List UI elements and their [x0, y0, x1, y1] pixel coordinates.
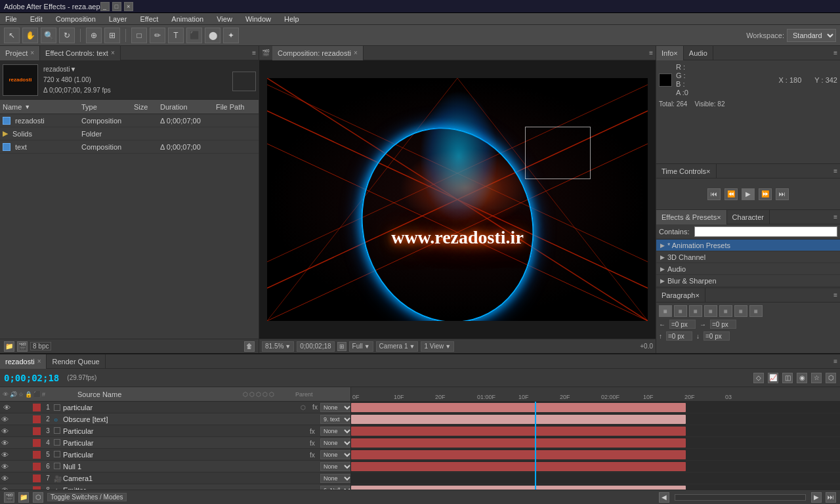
timecode-display[interactable]: 0;00;02;18 [297, 341, 334, 352]
maximize-button[interactable]: □ [112, 2, 121, 11]
para-menu[interactable]: ≡ [831, 291, 840, 299]
tl-add-markers[interactable]: ◇ [753, 373, 764, 383]
tab-character[interactable]: Character [727, 210, 770, 224]
menu-help[interactable]: Help [282, 15, 302, 23]
camera-select[interactable]: Camera 1 ▼ [376, 341, 419, 352]
toggle-switches-label[interactable]: Toggle Switches / Modes [47, 493, 127, 501]
tl-scroll-left[interactable]: ◀ [659, 492, 669, 503]
parent-select[interactable]: None [320, 462, 350, 471]
tl-solo-mode[interactable]: ⬡ [33, 492, 43, 503]
trash-btn[interactable]: 🗑 [244, 341, 255, 352]
parent-select[interactable]: None [320, 450, 350, 459]
view-select[interactable]: 1 View ▼ [421, 341, 454, 352]
space-after-input[interactable] [704, 331, 730, 341]
tl-motion-blur[interactable]: ◉ [797, 373, 807, 383]
tc-panel-menu[interactable]: ≡ [831, 167, 840, 175]
tool-puppet[interactable]: ✦ [223, 28, 239, 43]
menu-effect[interactable]: Effect [137, 15, 161, 23]
tool-rotate[interactable]: ↻ [59, 28, 75, 43]
layer-checkbox[interactable] [54, 404, 63, 411]
track-bar-2[interactable] [351, 415, 686, 424]
parent-select[interactable]: None [320, 427, 350, 436]
tab-effects-presets[interactable]: Effects & Presets × [656, 210, 727, 224]
layer-fx[interactable]: fx [310, 451, 320, 459]
tc-play[interactable]: ▶ [742, 188, 755, 200]
layer-color-swatch[interactable] [33, 463, 41, 471]
tab-rezadosti-timeline[interactable]: rezadosti × [0, 354, 47, 369]
layer-eye[interactable]: 👁 [1, 451, 9, 459]
justify-right[interactable]: ≡ [734, 305, 747, 317]
layer-color-swatch[interactable] [33, 404, 41, 411]
tl-new-comp[interactable]: 🎬 [4, 492, 14, 503]
project-row[interactable]: text Composition Δ 0;00;07;00 [0, 140, 259, 154]
zoom-control[interactable]: 81.5% ▼ [262, 341, 294, 352]
tool-brush[interactable]: ⬛ [186, 28, 202, 43]
track-bar-4[interactable] [351, 438, 686, 448]
align-right[interactable]: ≡ [689, 305, 702, 317]
tc-next-frame[interactable]: ⏩ [759, 188, 772, 200]
layer-switch-motion[interactable]: ⬡ [297, 404, 310, 411]
tool-zoom[interactable]: 🔍 [41, 28, 56, 43]
menu-layer[interactable]: Layer [106, 15, 130, 23]
layer-eye[interactable]: 👁 [1, 474, 9, 482]
tl-draft3d[interactable]: ⬡ [826, 373, 836, 383]
left-indent-input[interactable] [669, 320, 696, 329]
close-tc-tab[interactable]: × [706, 167, 710, 175]
align-left[interactable]: ≡ [659, 305, 672, 317]
layer-eye[interactable]: 👁 [1, 439, 9, 447]
justify-all[interactable]: ≡ [749, 305, 763, 317]
close-comp-tab[interactable]: × [354, 49, 358, 56]
layer-color-swatch[interactable] [33, 451, 41, 459]
effect-item-audio[interactable]: ▶ Audio [656, 263, 840, 275]
layer-color-swatch[interactable] [33, 415, 41, 423]
menu-animation[interactable]: Animation [169, 15, 206, 23]
parent-select[interactable]: None [320, 438, 350, 448]
parent-select[interactable]: None [320, 403, 350, 412]
track-bar-8[interactable] [351, 486, 686, 490]
effects-search-input[interactable] [694, 226, 837, 237]
new-comp-btn[interactable]: 🎬 [17, 341, 28, 352]
close-tl-tab[interactable]: × [37, 358, 41, 365]
tab-render-queue[interactable]: Render Queue [47, 354, 105, 369]
tool-pen[interactable]: ✏ [150, 28, 165, 43]
track-bar-3[interactable] [351, 427, 686, 436]
new-folder-btn[interactable]: 📁 [4, 341, 14, 352]
track-bar-1[interactable] [351, 403, 686, 412]
tab-composition[interactable]: Composition: rezadosti × [272, 46, 364, 60]
bit-depth[interactable]: 8 bpc [30, 342, 51, 350]
menu-composition[interactable]: Composition [53, 15, 98, 23]
tl-end[interactable]: ⏭ [826, 492, 836, 503]
minimize-button[interactable]: _ [100, 2, 110, 11]
parent-select[interactable]: 9. text [320, 415, 350, 424]
close-effect-tab[interactable]: × [111, 49, 115, 56]
close-button[interactable]: × [124, 2, 133, 11]
layer-fx[interactable]: fx [310, 439, 320, 447]
timeline-timecode[interactable]: 0;00;02;18 [4, 373, 59, 383]
menu-edit[interactable]: Edit [28, 15, 45, 23]
safe-zones-btn[interactable]: ⊞ [337, 342, 346, 351]
close-para-tab[interactable]: × [695, 291, 699, 299]
project-row[interactable]: ▶ Solids Folder [0, 127, 259, 140]
tl-solo[interactable]: ☆ [811, 373, 822, 383]
effects-panel-menu[interactable]: ≡ [831, 213, 840, 220]
close-info-tab[interactable]: × [673, 49, 677, 57]
tool-mask-rect[interactable]: □ [131, 28, 147, 43]
tl-folder[interactable]: 📁 [18, 492, 29, 503]
layer-checkbox[interactable] [54, 451, 63, 459]
parent-select[interactable]: None [320, 474, 350, 483]
project-row[interactable]: rezadosti Composition Δ 0;00;07;00 [0, 114, 259, 127]
layer-checkbox[interactable] [54, 439, 63, 447]
layer-fx[interactable]: fx [310, 427, 320, 435]
layer-color-swatch[interactable] [33, 427, 41, 435]
tool-select[interactable]: ↖ [4, 28, 20, 43]
layer-checkbox[interactable] [54, 463, 63, 471]
right-indent-input[interactable] [710, 320, 736, 329]
track-bar-5[interactable] [351, 450, 686, 459]
space-before-input[interactable] [666, 331, 692, 341]
info-panel-menu[interactable]: ≡ [831, 49, 840, 56]
tool-text[interactable]: T [168, 28, 184, 43]
tool-cam-track[interactable]: ⊞ [104, 28, 120, 43]
quality-select[interactable]: Full ▼ [349, 341, 373, 352]
menu-window[interactable]: Window [243, 15, 274, 23]
effect-item-animation-presets[interactable]: ▶ * Animation Presets [656, 240, 840, 251]
